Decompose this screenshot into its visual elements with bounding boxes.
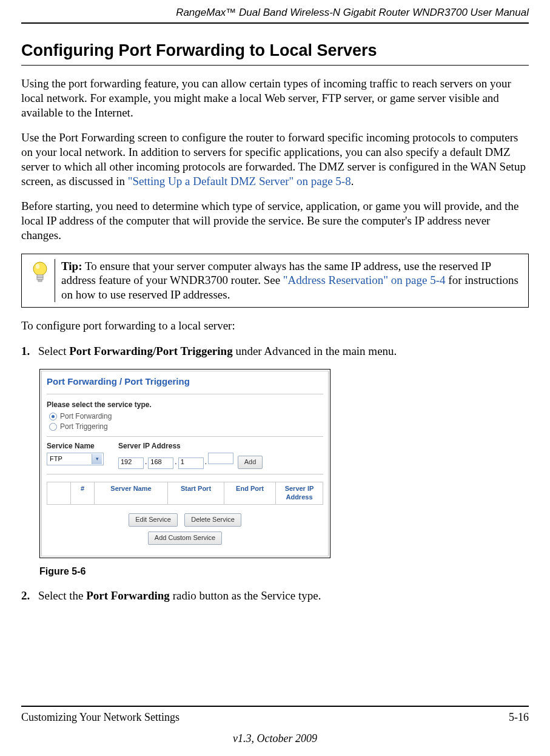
- svg-rect-2: [37, 275, 43, 277]
- page-footer: Customizing Your Network Settings 5-16 v…: [21, 706, 529, 745]
- step-2-a: Select the: [38, 589, 86, 602]
- tip-icon: [25, 259, 55, 302]
- ip-octet-1[interactable]: 192: [118, 457, 144, 469]
- step-1: 1. Select Port Forwarding/Port Triggerin…: [21, 344, 529, 359]
- svg-rect-3: [37, 277, 43, 280]
- col-server-name: Server Name: [95, 482, 168, 504]
- step-1-number: 1.: [21, 344, 30, 359]
- col-end-port: End Port: [224, 482, 276, 504]
- ip-octet-2[interactable]: 168: [148, 457, 173, 469]
- step-2-number: 2.: [21, 589, 30, 603]
- address-reservation-link[interactable]: "Address Reservation" on page 5-4: [283, 274, 446, 286]
- manual-header: RangeMax™ Dual Band Wireless-N Gigabit R…: [21, 6, 529, 24]
- figure-caption: Figure 5-6: [39, 565, 529, 578]
- service-name-label: Service Name: [47, 442, 104, 451]
- col-blank: [47, 482, 71, 504]
- step-2-bold: Port Forwarding: [86, 589, 170, 602]
- col-server-ip: Server IP Address: [276, 482, 323, 504]
- divider: [47, 474, 323, 474]
- step-1-b: under Advanced in the main menu.: [233, 345, 397, 357]
- step-2: 2. Select the Port Forwarding radio butt…: [21, 589, 529, 603]
- forwarding-table: # Server Name Start Port End Port Server…: [47, 482, 323, 505]
- footer-version: v1.3, October 2009: [21, 732, 529, 746]
- paragraph-1: Using the port forwarding feature, you c…: [21, 76, 529, 120]
- port-triggering-label: Port Triggering: [60, 422, 108, 431]
- service-name-value: FTP: [50, 455, 62, 464]
- svg-rect-4: [38, 280, 42, 282]
- ip-octet-3[interactable]: 1: [178, 457, 204, 469]
- server-ip-label: Server IP Address: [118, 442, 263, 451]
- step-1-a: Select: [38, 345, 69, 357]
- edit-service-button[interactable]: Edit Service: [129, 513, 178, 527]
- tip-box: Tip: To ensure that your server computer…: [21, 254, 529, 308]
- add-button[interactable]: Add: [238, 456, 263, 469]
- service-type-prompt: Please select the service type.: [47, 400, 323, 410]
- service-name-select[interactable]: FTP ▾: [47, 453, 104, 465]
- paragraph-3: Before starting, you need to determine w…: [21, 199, 529, 242]
- chevron-down-icon: ▾: [92, 454, 102, 464]
- footer-left: Customizing Your Network Settings: [21, 710, 179, 724]
- tip-label: Tip:: [61, 260, 82, 272]
- paragraph-2b: .: [351, 175, 354, 187]
- figure-screenshot: Port Forwarding / Port Triggering Please…: [39, 369, 330, 558]
- port-triggering-radio[interactable]: [49, 423, 57, 431]
- tip-text: Tip: To ensure that your server computer…: [61, 259, 522, 302]
- section-heading: Configuring Port Forwarding to Local Ser…: [21, 41, 529, 66]
- port-forwarding-radio[interactable]: [49, 413, 57, 420]
- steps-intro: To configure port forwarding to a local …: [21, 319, 529, 333]
- port-forwarding-label: Port Forwarding: [60, 412, 112, 421]
- ip-octet-4[interactable]: [208, 453, 233, 464]
- col-start-port: Start Port: [168, 482, 224, 504]
- dmz-link[interactable]: "Setting Up a Default DMZ Server" on pag…: [128, 175, 351, 187]
- footer-page-number: 5-16: [509, 710, 529, 724]
- svg-point-1: [36, 264, 39, 269]
- step-2-b: radio button as the Service type.: [170, 589, 321, 602]
- paragraph-2: Use the Port Forwarding screen to config…: [21, 130, 529, 188]
- col-hash: #: [71, 482, 95, 504]
- step-1-bold: Port Forwarding/Port Triggering: [69, 345, 232, 357]
- delete-service-button[interactable]: Delete Service: [184, 513, 241, 527]
- svg-point-0: [33, 262, 47, 275]
- add-custom-service-button[interactable]: Add Custom Service: [148, 532, 222, 545]
- divider: [47, 436, 323, 437]
- figure-title: Port Forwarding / Port Triggering: [47, 374, 323, 394]
